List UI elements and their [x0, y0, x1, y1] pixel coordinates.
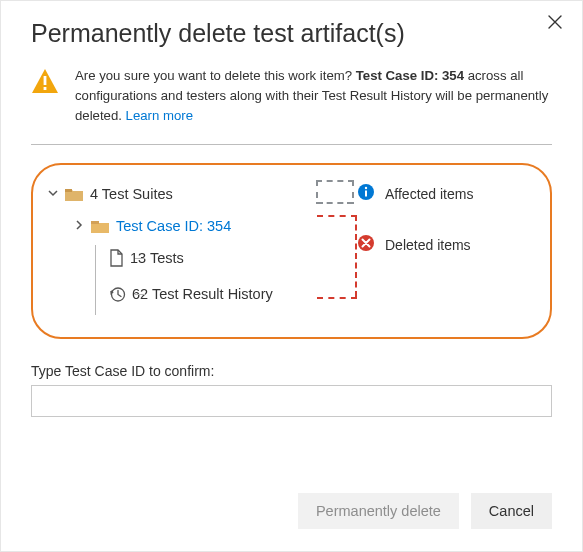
legend-affected: Affected items [357, 183, 532, 204]
svg-rect-0 [44, 76, 47, 85]
chevron-down-icon [47, 188, 58, 200]
cancel-button[interactable]: Cancel [471, 493, 552, 529]
tree-history-label: 62 Test Result History [132, 286, 273, 302]
folder-open-icon [90, 218, 110, 234]
tree-root-label: 4 Test Suites [90, 186, 173, 202]
file-icon [109, 249, 124, 267]
confirm-section: Type Test Case ID to confirm: [31, 363, 552, 417]
tree-tests: 13 Tests [87, 245, 357, 271]
confirm-label: Type Test Case ID to confirm: [31, 363, 552, 379]
impact-panel: 4 Test Suites Test Case ID: 354 [31, 163, 552, 339]
folder-icon [64, 186, 84, 202]
close-button[interactable] [544, 11, 566, 37]
legend-deleted: Deleted items [357, 234, 532, 255]
warning-prefix: Are you sure you want to delete this wor… [75, 68, 356, 83]
tree-history: 62 Test Result History [87, 281, 357, 307]
separator [31, 144, 552, 145]
delete-artifacts-dialog: Permanently delete test artifact(s) Are … [0, 0, 583, 552]
warning-bold: Test Case ID: 354 [356, 68, 464, 83]
legend-deleted-label: Deleted items [385, 237, 471, 253]
legend: Affected items Deleted items [357, 181, 532, 315]
info-circle-icon [357, 183, 375, 204]
dialog-buttons: Permanently delete Cancel [298, 493, 552, 529]
impact-tree: 4 Test Suites Test Case ID: 354 [47, 181, 357, 315]
legend-affected-label: Affected items [385, 186, 473, 202]
tree-tests-label: 13 Tests [130, 250, 184, 266]
svg-rect-2 [65, 189, 72, 192]
tree-root[interactable]: 4 Test Suites [47, 181, 357, 207]
svg-rect-6 [365, 191, 367, 197]
svg-rect-3 [91, 221, 99, 224]
learn-more-link[interactable]: Learn more [126, 108, 193, 123]
permanently-delete-button[interactable]: Permanently delete [298, 493, 459, 529]
svg-point-7 [365, 187, 367, 189]
warning-triangle-icon [31, 68, 59, 98]
history-icon [109, 286, 126, 303]
error-circle-icon [357, 234, 375, 255]
warning-text: Are you sure you want to delete this wor… [75, 66, 552, 126]
warning-message: Are you sure you want to delete this wor… [31, 66, 552, 126]
svg-rect-1 [44, 87, 47, 90]
close-icon [548, 15, 562, 32]
tree-testcase-label: Test Case ID: 354 [116, 218, 231, 234]
tree-testcase[interactable]: Test Case ID: 354 [73, 213, 357, 239]
confirm-input[interactable] [31, 385, 552, 417]
chevron-right-icon [73, 220, 84, 232]
dialog-title: Permanently delete test artifact(s) [31, 19, 552, 48]
